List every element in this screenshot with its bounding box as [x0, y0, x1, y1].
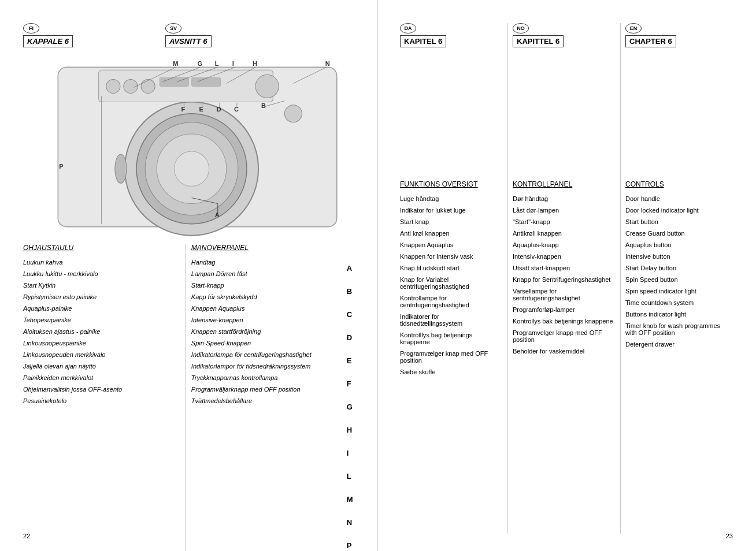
list-item: Knappen for Intensiv vask — [400, 253, 503, 260]
svg-rect-12 — [192, 77, 221, 86]
list-item: Programforløp-lamper — [513, 306, 616, 313]
list-item: Programvælger knap med OFF position — [400, 350, 503, 364]
english-lang-circle: EN — [625, 23, 642, 33]
list-item: Indikatorer for tidsnedtællingssystem — [400, 313, 503, 327]
list-item: Intensive-knappen — [191, 317, 347, 323]
list-item: Ohjelmanvalitsin jossa OFF-asento — [23, 386, 179, 393]
letter-P: P — [347, 537, 360, 551]
left-content-columns: OHJAUSTAULU Luukun kahva Luukku lukittu … — [23, 244, 360, 551]
swedish-chapter-title: AVSNITT 6 — [165, 35, 212, 47]
letter-C: C — [347, 306, 360, 322]
svg-text:M: M — [173, 60, 178, 67]
left-page: FI KAPPALE 6 SV AVSNITT 6 — [0, 0, 378, 551]
letter-F: F — [347, 375, 360, 392]
norwegian-column: NO KAPITTEL 6 KONTROLLPANEL Dør håndtag … — [508, 23, 621, 534]
list-item: "Start"-knapp — [513, 218, 616, 225]
svg-point-5 — [174, 151, 209, 186]
list-item: Timer knob for wash programmes with OFF … — [625, 322, 728, 336]
list-item: Lampan Dörren låst — [191, 270, 347, 277]
list-item: Buttons indicator light — [625, 311, 728, 318]
list-item: Luge håndtag — [400, 195, 503, 202]
page-number-left: 22 — [23, 533, 30, 539]
svg-point-13 — [255, 75, 279, 98]
list-item: Kontrollampe for centrifugeringshastighe… — [400, 295, 503, 308]
washer-diagram: M G L I H N P B F E D C A — [23, 53, 360, 238]
list-item: Kontrolllys bag betjenings knapperne — [400, 332, 503, 345]
chapter-headers: FI KAPPALE 6 SV AVSNITT 6 — [23, 23, 360, 47]
list-item: Start button — [625, 218, 728, 225]
list-item: Kapp för skrynkelskydd — [191, 293, 347, 300]
list-item: Spin-Speed-knappen — [191, 340, 347, 347]
swedish-column: MANÖVERPANEL Handtag Lampan Dörren låst … — [185, 244, 347, 551]
norwegian-lang-circle: NO — [513, 23, 529, 33]
svg-text:N: N — [325, 60, 330, 67]
english-chapter-header: EN CHAPTER 6 — [625, 23, 728, 47]
letter-H: H — [347, 422, 360, 438]
list-item: Tehopesupainike — [23, 317, 179, 323]
list-item: Handtag — [191, 259, 347, 266]
list-item: Start Kytkin — [23, 282, 179, 289]
svg-point-9 — [124, 79, 138, 93]
finnish-chapter-title: KAPPALE 6 — [23, 35, 73, 47]
list-item: Aquaplus-painike — [23, 305, 179, 312]
list-item: Painikkeiden merkkivalot — [23, 374, 179, 381]
list-item: Door handle — [625, 195, 728, 202]
svg-text:C: C — [234, 106, 239, 113]
swedish-lang-circle: SV — [165, 23, 181, 33]
list-item: Indikatorlampa för centrifugeringshastig… — [191, 351, 347, 358]
letter-G: G — [347, 399, 360, 415]
letter-N: N — [347, 514, 360, 530]
svg-text:P: P — [59, 163, 63, 170]
swedish-section-title: MANÖVERPANEL — [191, 244, 347, 252]
svg-text:D: D — [217, 106, 221, 113]
svg-text:A: A — [215, 211, 220, 218]
danish-section-title: FUNKTIONS OVERSIGT — [400, 180, 503, 188]
letter-column: A B C D E F G H I L M N P — [347, 244, 360, 551]
norwegian-chapter-title: KAPITTEL 6 — [513, 35, 564, 47]
list-item: Rypistymisen esto painike — [23, 293, 179, 300]
svg-point-10 — [141, 79, 155, 93]
list-item: Luukku lukittu - merkkivalo — [23, 270, 179, 277]
list-item: Knappen startfördröjning — [191, 328, 347, 335]
list-item: Antikrøll knappen — [513, 230, 616, 237]
letter-I: I — [347, 445, 360, 461]
list-item: Aquaplus-knapp — [513, 241, 616, 248]
list-item: Spin Speed button — [625, 276, 728, 283]
list-item: Intensive button — [625, 253, 728, 260]
list-item: Knappen Aquaplus — [191, 305, 347, 312]
svg-text:I: I — [232, 60, 234, 67]
list-item: Tryckknapparnas kontrollampa — [191, 374, 347, 381]
svg-text:B: B — [261, 102, 266, 109]
svg-rect-11 — [160, 77, 188, 86]
list-item: Crease Guard button — [625, 230, 728, 237]
letter-L: L — [347, 468, 360, 484]
svg-point-8 — [106, 79, 120, 93]
finnish-column: OHJAUSTAULU Luukun kahva Luukku lukittu … — [23, 244, 185, 551]
list-item: Door locked indicator light — [625, 207, 728, 214]
list-item: Knap til udskudt start — [400, 265, 503, 271]
list-item: Knap for Variabel centrifugeringshastigh… — [400, 276, 503, 290]
list-item: Detergent drawer — [625, 341, 728, 348]
list-item: Låst dør-lampen — [513, 207, 616, 214]
list-item: Start-knapp — [191, 282, 347, 289]
list-item: Varsellampe for sentrifugeringshastighet — [513, 288, 616, 301]
right-page: DA KAPITEL 6 FUNKTIONS OVERSIGT Luge hån… — [378, 0, 756, 551]
list-item: Aquaplus button — [625, 241, 728, 248]
letter-A: A — [347, 260, 360, 276]
list-item: Time countdown system — [625, 299, 728, 306]
list-item: Luukun kahva — [23, 259, 179, 266]
danish-chapter-header: DA KAPITEL 6 — [400, 23, 503, 47]
list-item: Utsatt start-knappen — [513, 265, 616, 271]
norwegian-chapter-header: NO KAPITTEL 6 — [513, 23, 616, 47]
list-item: Start Delay button — [625, 265, 728, 271]
finnish-section-title: OHJAUSTAULU — [23, 244, 179, 252]
list-item: Anti krøl knappen — [400, 230, 503, 237]
list-item: Kontrollys bak betjenings knappene — [513, 318, 616, 325]
finnish-lang-circle: FI — [23, 23, 39, 33]
letter-D: D — [347, 329, 360, 345]
list-item: Programvelger knapp med OFF position — [513, 329, 616, 343]
letter-E: E — [347, 352, 360, 368]
list-item: Start knap — [400, 218, 503, 225]
letter-B: B — [347, 283, 360, 299]
svg-text:E: E — [199, 106, 203, 113]
